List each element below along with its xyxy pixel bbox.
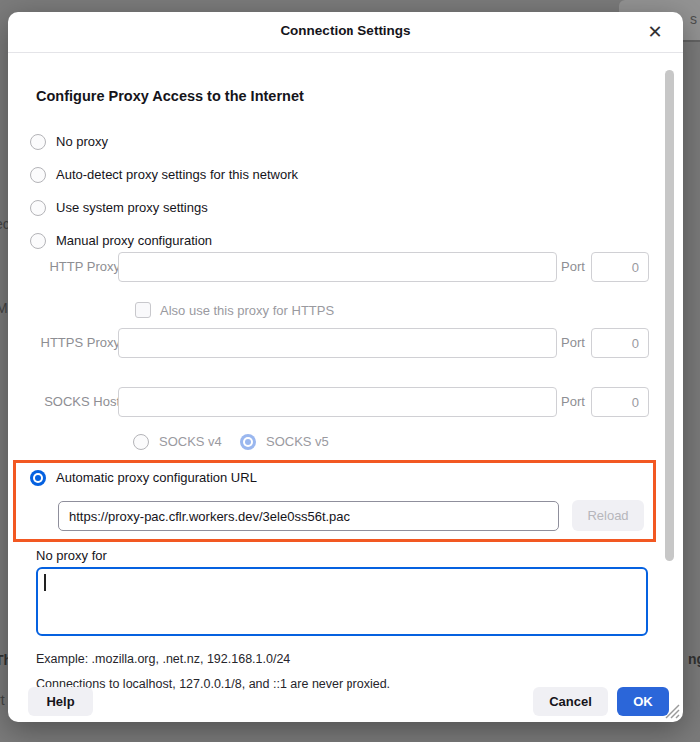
radio-label: SOCKS v5 <box>266 434 329 450</box>
radio-label: Use system proxy settings <box>56 200 208 216</box>
pac-url-input[interactable] <box>58 501 559 531</box>
socks-port-input[interactable] <box>591 387 649 417</box>
example-hint: Example: .mozilla.org, .net.nz, 192.168.… <box>36 652 290 666</box>
https-reuse-checkbox[interactable] <box>135 302 151 318</box>
https-proxy-input[interactable] <box>118 328 557 358</box>
no-proxy-for-label: No proxy for <box>36 548 107 563</box>
connection-settings-dialog: Connection Settings ✕ Configure Proxy Ac… <box>8 12 683 722</box>
socks-port-label: Port <box>561 387 585 417</box>
auto-pac-radio[interactable] <box>30 470 46 486</box>
radio-row-manual-proxy[interactable]: Manual proxy configuration <box>30 232 212 250</box>
checkbox-label: Also use this proxy for HTTPS <box>160 303 334 318</box>
radio-label: SOCKS v4 <box>159 434 222 450</box>
socks-v5-radio[interactable] <box>240 434 256 450</box>
radio-label: Manual proxy configuration <box>56 233 212 249</box>
radio-label: No proxy <box>56 134 108 150</box>
dimmed-text-fragment: ng <box>688 651 700 667</box>
help-button[interactable]: Help <box>28 687 93 716</box>
reload-button[interactable]: Reload <box>572 500 644 531</box>
dimmed-text-fragment: s <box>690 11 697 27</box>
dialog-title: Connection Settings <box>8 23 683 38</box>
title-divider <box>8 52 683 53</box>
http-port-label: Port <box>561 252 585 282</box>
screen: s ec M Th rt ng Connection Settings ✕ Co… <box>0 0 700 742</box>
radio-row-socks-v5[interactable]: SOCKS v5 <box>240 433 329 451</box>
no-proxy-for-textarea[interactable] <box>36 567 648 636</box>
https-port-label: Port <box>561 328 585 358</box>
radio-label: Automatic proxy configuration URL <box>56 470 257 486</box>
scrollbar-thumb[interactable] <box>665 70 674 561</box>
cancel-button[interactable]: Cancel <box>533 687 608 716</box>
socks-host-label: SOCKS Host <box>28 387 120 417</box>
dimmed-text-fragment: rt <box>0 692 5 708</box>
system-proxy-radio[interactable] <box>30 200 46 216</box>
https-port-input[interactable] <box>591 328 649 358</box>
resize-grip-icon[interactable] <box>658 697 680 719</box>
radio-row-auto-detect[interactable]: Auto-detect proxy settings for this netw… <box>30 166 298 184</box>
no-proxy-radio[interactable] <box>30 134 46 150</box>
close-icon[interactable]: ✕ <box>641 18 669 46</box>
http-proxy-input[interactable] <box>118 252 557 282</box>
section-heading: Configure Proxy Access to the Internet <box>36 88 304 104</box>
text-cursor <box>44 574 46 591</box>
https-reuse-checkbox-row[interactable]: Also use this proxy for HTTPS <box>135 302 334 318</box>
radio-row-socks-v4[interactable]: SOCKS v4 <box>133 433 222 451</box>
socks-host-input[interactable] <box>118 387 557 417</box>
radio-label: Auto-detect proxy settings for this netw… <box>56 167 298 183</box>
http-port-input[interactable] <box>591 252 649 282</box>
http-proxy-label: HTTP Proxy <box>28 252 120 282</box>
manual-proxy-radio[interactable] <box>30 233 46 249</box>
radio-row-system-proxy[interactable]: Use system proxy settings <box>30 199 208 217</box>
socks-v4-radio[interactable] <box>133 434 149 450</box>
radio-row-auto-pac[interactable]: Automatic proxy configuration URL <box>30 469 257 487</box>
radio-row-no-proxy[interactable]: No proxy <box>30 133 108 151</box>
https-proxy-label: HTTPS Proxy <box>28 328 120 358</box>
auto-detect-radio[interactable] <box>30 167 46 183</box>
dimmed-text-fragment: M <box>0 300 8 316</box>
